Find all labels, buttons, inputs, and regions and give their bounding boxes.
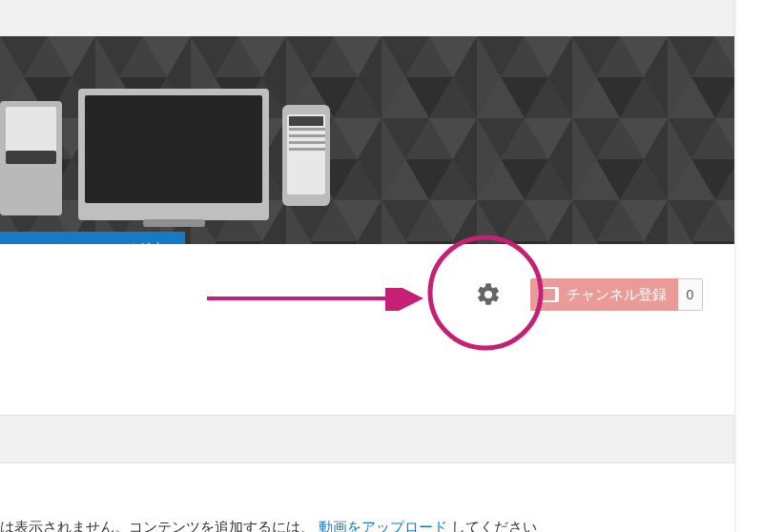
lower-text-prefix: は表示されません。コンテンツを追加するには、: [0, 519, 315, 532]
device-tv-stand: [143, 219, 205, 227]
annotation-arrow: [205, 288, 434, 315]
channel-action-bar: チャンネル登録 0: [0, 244, 734, 416]
youtube-icon: [538, 287, 559, 302]
page: チャンネル アートを追加 チャンネル登録 0: [0, 0, 763, 532]
right-gutter: [736, 0, 763, 532]
device-phone-lines: [289, 128, 325, 154]
device-laptop-icon: [0, 101, 62, 215]
device-tv-icon: [78, 89, 269, 220]
subscribe-label: チャンネル登録: [567, 286, 667, 304]
gear-icon: [475, 281, 502, 308]
upload-video-link[interactable]: 動画をアップロード: [319, 519, 447, 532]
lower-hint-text: は表示されません。コンテンツを追加するには、 動画をアップロード してください: [0, 519, 537, 532]
lower-text-suffix: してください: [451, 519, 537, 532]
channel-banner[interactable]: チャンネル アートを追加: [0, 36, 734, 244]
channel-settings-button[interactable]: [473, 279, 504, 310]
subscribe-button[interactable]: チャンネル登録: [530, 278, 678, 311]
device-phone-icon: [282, 105, 330, 206]
subscribe-group: チャンネル登録 0: [530, 278, 703, 311]
subscriber-count: 0: [678, 278, 703, 311]
add-channel-art-button[interactable]: チャンネル アートを追加: [0, 232, 185, 244]
content-column: チャンネル アートを追加 チャンネル登録 0: [0, 0, 734, 532]
